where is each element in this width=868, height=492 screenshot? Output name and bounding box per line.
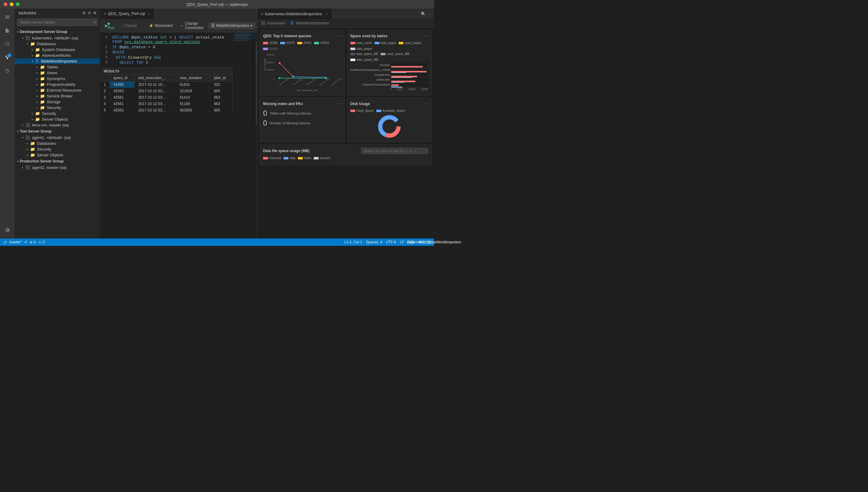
svg-rect-49 xyxy=(391,76,417,77)
qds-card: QDS: Top 5 slowest queries ··· 41996 420… xyxy=(260,30,345,95)
go-to-definition-item[interactable]: Go to Definition F12 xyxy=(256,42,257,50)
source-control-icon[interactable]: 1 xyxy=(1,51,14,64)
legend-item: unused xyxy=(314,156,330,160)
svg-text:Oct 15, 2017: Oct 15, 2017 xyxy=(306,77,316,86)
run-button[interactable]: ▶ ▶ Run xyxy=(103,21,117,31)
disconnect-button[interactable]: ⚡ Disconnect xyxy=(147,23,175,29)
bar-row: InvoiceLines xyxy=(350,73,428,77)
chevron-icon: ▸ xyxy=(36,71,38,75)
sidebar-toggle-icon[interactable] xyxy=(1,11,14,23)
peek-definition-item[interactable]: Peek Definition ⌥F12 xyxy=(256,50,257,58)
linux-vm-node[interactable]: ▸ ⬛ linux-vm, master (sa) xyxy=(15,122,100,128)
server-objects2-folder[interactable]: ▸ 📁 Server Objects xyxy=(15,152,100,158)
command-palette-item[interactable]: Command Palette... ⇧⌘P xyxy=(256,116,257,124)
window-title: QDS_Query_Perf.sql — sqldevops xyxy=(186,2,248,7)
add-connection-icon[interactable]: ⊟ xyxy=(88,11,91,15)
close-button[interactable] xyxy=(4,2,7,6)
space-used-card: Space used by tables ··· rows_count tota… xyxy=(347,30,432,95)
sidebar: SERVERS ⊞ ⊟ ⊠ × ▾ Development Server Gro… xyxy=(15,8,100,239)
disk-more-button[interactable]: ··· xyxy=(424,101,428,106)
space-bar-chart: Invoices ColdRoomTem xyxy=(350,63,428,91)
programmability-folder[interactable]: ▸ 📁 Programmability xyxy=(15,81,100,87)
system-databases-folder[interactable]: ▸ 📁 System Databases xyxy=(15,47,100,52)
security2-folder[interactable]: ▸ 📁 Security xyxy=(15,110,100,116)
space-card-header: Space used by tables ··· xyxy=(350,33,428,39)
change-connection-button[interactable]: ↔ Change Connection xyxy=(178,21,206,31)
db-icon: 🗄 xyxy=(211,24,215,28)
db-tab-icon: ≡ xyxy=(261,11,263,16)
wideworldimporters-db[interactable]: ▾ 🗄 WideWorldImporters xyxy=(15,58,100,64)
change-all-occurrences-item[interactable]: Change All Occurrences ⌘F2 xyxy=(256,61,257,69)
history-icon[interactable] xyxy=(1,65,14,77)
legend-color xyxy=(263,42,268,44)
settings-icon[interactable] xyxy=(1,224,14,236)
tab-close-button[interactable]: × xyxy=(148,11,150,16)
search-clear-icon[interactable]: × xyxy=(94,20,96,25)
table-row[interactable]: 4 42561 2017-10-12 03:... 51169 663 xyxy=(100,101,233,107)
chevron-icon: ▸ xyxy=(32,118,33,121)
dash-tab-close-button[interactable]: × xyxy=(326,11,328,16)
kubernetes-node[interactable]: ▾ ⬛ kubernetes, <default> (sa) xyxy=(15,35,100,41)
copy-item[interactable]: Copy ⌘C xyxy=(256,97,257,105)
legend-color xyxy=(314,42,319,44)
datafile-space-card: Data file space usage (MB) reserved data xyxy=(260,144,431,165)
external-resources-folder[interactable]: ▸ 📁 External Resources xyxy=(15,87,100,93)
server-search-input[interactable] xyxy=(17,19,98,26)
missing-more-button[interactable]: ··· xyxy=(337,101,341,106)
databases-folder[interactable]: ▾ 📁 Databases xyxy=(15,41,100,47)
security1-folder[interactable]: ▸ 📁 Security xyxy=(15,105,100,110)
space-more-button[interactable]: ··· xyxy=(424,33,428,39)
table-row[interactable]: 5 42563 2017-10-12 03:... 563056 665 xyxy=(100,107,233,114)
cut-item[interactable]: Cut ⌘X xyxy=(256,89,257,97)
prod-server-group[interactable]: ▾ Production Server Group xyxy=(15,158,100,165)
disk-legend: Used_Space Available_Space xyxy=(350,109,428,113)
qds-more-button[interactable]: ··· xyxy=(337,33,341,39)
storage-folder[interactable]: ▸ 📁 Storage xyxy=(15,99,100,105)
code-line-2: 2 IF @qds_status > 0 xyxy=(100,45,233,50)
chevron-icon: ▸ xyxy=(32,112,33,115)
code-editor[interactable]: 1 DECLARE @qds_status int = ( SELECT act… xyxy=(100,32,233,68)
service-broker-folder[interactable]: ▸ 📁 Service Broker xyxy=(15,93,100,99)
databases2-folder[interactable]: ▸ 📁 Databases xyxy=(15,141,100,146)
cancel-button[interactable]: □ Cancel xyxy=(119,23,139,29)
minimize-button[interactable] xyxy=(10,2,14,6)
db-selector[interactable]: 🗄 WideWorldImporters ▾ xyxy=(208,23,255,29)
dev-server-group[interactable]: ▾ Development Server Group xyxy=(15,28,100,35)
chevron-icon: ▸ xyxy=(36,89,38,92)
table-row[interactable]: 2 42563 2017-10-12 03:... 221918 665 xyxy=(100,88,233,94)
table-row[interactable]: 3 42561 2017-10-12 03:... 61414 663 xyxy=(100,94,233,101)
search-icon[interactable]: 🔍 xyxy=(421,11,426,16)
svg-rect-1 xyxy=(5,17,9,18)
server-objects1-folder[interactable]: ▸ 📁 Server Objects xyxy=(15,116,100,122)
git-branch-icon: ⎇ xyxy=(2,240,7,244)
search-icon[interactable] xyxy=(1,38,14,50)
new-server-icon[interactable]: ⊞ xyxy=(82,11,85,15)
more-icon[interactable]: ··· xyxy=(428,11,431,16)
dashboard-panel: ≡ kubernetes:WideWorldImporters × 🔍 ··· … xyxy=(257,8,434,239)
code-line-3: 3 BEGIN xyxy=(100,50,233,55)
maximize-button[interactable] xyxy=(16,2,20,6)
disconnect-icon[interactable]: ⊠ xyxy=(94,11,97,15)
synonyms-folder[interactable]: ▸ 📁 Synonyms xyxy=(15,76,100,81)
tables-folder[interactable]: ▸ 📁 Tables xyxy=(15,64,100,70)
folder-icon: 📁 xyxy=(40,94,45,98)
agent2-node[interactable]: ▸ ⬛ agent2, master (sa) xyxy=(15,165,100,170)
chevron-icon: ▸ xyxy=(36,65,38,69)
datafile-search-input[interactable] xyxy=(361,148,428,154)
adventureworks-db[interactable]: ▸ 📁 AdventureWorks xyxy=(15,52,100,58)
format-document-item[interactable]: Format Document ⌥⇧F xyxy=(256,69,257,78)
explorer-icon[interactable] xyxy=(1,24,14,36)
agent1-node[interactable]: ▾ ⬛ agent1, <default> (sa) xyxy=(15,135,100,141)
dashboard-tab[interactable]: ≡ kubernetes:WideWorldImporters × xyxy=(257,8,332,19)
folder-icon: 📁 xyxy=(35,117,40,122)
views-folder[interactable]: ▸ 📁 Views xyxy=(15,70,100,76)
test-server-group[interactable]: ▾ Test Server Group xyxy=(15,128,100,135)
qds-chart: 600000 400000 200000 0 max_duration xyxy=(263,52,341,92)
paste-item[interactable]: Paste ⌘V xyxy=(256,105,257,113)
table-row[interactable]: 1 41996 2017-10-11 10:... 61931 525 xyxy=(100,81,233,88)
format-selection-item[interactable]: Format Selection [⌘K ⌘F] xyxy=(256,78,257,86)
sql-tab[interactable]: ≡ QDS_Query_Perf.sql × xyxy=(100,8,154,19)
sync-icon: ↺ xyxy=(24,240,27,244)
separator xyxy=(256,59,257,60)
security3-folder[interactable]: ▸ 📁 Security xyxy=(15,146,100,152)
